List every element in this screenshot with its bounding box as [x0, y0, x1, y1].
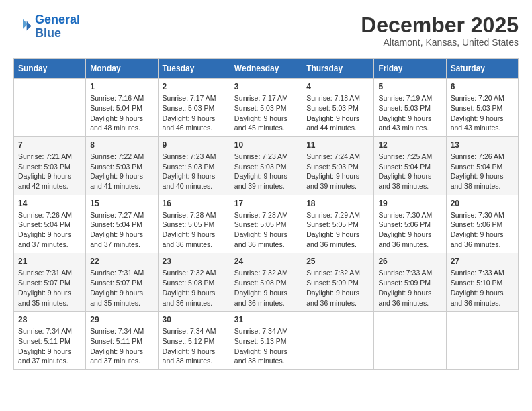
calendar-header-row: SundayMondayTuesdayWednesdayThursdayFrid…: [14, 59, 519, 79]
day-info: Sunrise: 7:20 AM Sunset: 5:03 PM Dayligh…: [451, 93, 514, 133]
col-header-friday: Friday: [374, 59, 446, 79]
day-number: 27: [451, 257, 514, 266]
day-cell: 26Sunrise: 7:33 AM Sunset: 5:09 PM Dayli…: [374, 253, 446, 312]
logo-line2: Blue: [35, 26, 61, 40]
week-row-4: 21Sunrise: 7:31 AM Sunset: 5:07 PM Dayli…: [14, 253, 519, 312]
day-info: Sunrise: 7:24 AM Sunset: 5:03 PM Dayligh…: [306, 152, 369, 191]
title-block: December 2025 Altamont, Kansas, United S…: [361, 13, 519, 48]
day-number: 3: [234, 82, 298, 91]
day-cell: 5Sunrise: 7:19 AM Sunset: 5:03 PM Daylig…: [374, 79, 446, 137]
col-header-saturday: Saturday: [446, 59, 518, 79]
day-cell: 17Sunrise: 7:28 AM Sunset: 5:05 PM Dayli…: [230, 195, 302, 253]
day-info: Sunrise: 7:32 AM Sunset: 5:09 PM Dayligh…: [306, 268, 369, 308]
day-cell: [302, 312, 374, 370]
day-info: Sunrise: 7:34 AM Sunset: 5:12 PM Dayligh…: [163, 326, 226, 366]
day-cell: 11Sunrise: 7:24 AM Sunset: 5:03 PM Dayli…: [302, 136, 374, 195]
week-row-3: 14Sunrise: 7:26 AM Sunset: 5:04 PM Dayli…: [14, 195, 519, 253]
day-cell: 29Sunrise: 7:34 AM Sunset: 5:11 PM Dayli…: [86, 312, 158, 370]
logo-icon: [13, 17, 32, 36]
week-row-2: 7Sunrise: 7:21 AM Sunset: 5:03 PM Daylig…: [14, 136, 519, 195]
day-number: 28: [18, 315, 81, 324]
day-number: 7: [18, 140, 81, 150]
day-number: 25: [306, 257, 369, 266]
week-row-1: 1Sunrise: 7:16 AM Sunset: 5:04 PM Daylig…: [14, 79, 519, 137]
day-cell: 7Sunrise: 7:21 AM Sunset: 5:03 PM Daylig…: [14, 136, 86, 195]
calendar-table: SundayMondayTuesdayWednesdayThursdayFrid…: [13, 58, 519, 370]
day-number: 31: [234, 315, 298, 324]
day-cell: 10Sunrise: 7:23 AM Sunset: 5:03 PM Dayli…: [230, 136, 302, 195]
day-number: 2: [163, 82, 226, 91]
week-row-5: 28Sunrise: 7:34 AM Sunset: 5:11 PM Dayli…: [14, 312, 519, 370]
day-number: 15: [90, 199, 153, 208]
day-number: 24: [234, 257, 298, 266]
day-cell: 27Sunrise: 7:33 AM Sunset: 5:10 PM Dayli…: [446, 253, 518, 312]
day-number: 30: [163, 315, 226, 324]
day-number: 16: [163, 199, 226, 208]
location: Altamont, Kansas, United States: [361, 37, 519, 48]
day-cell: 25Sunrise: 7:32 AM Sunset: 5:09 PM Dayli…: [302, 253, 374, 312]
day-number: 20: [451, 199, 514, 208]
page-header: General Blue December 2025 Altamont, Kan…: [13, 13, 519, 48]
day-cell: 20Sunrise: 7:30 AM Sunset: 5:06 PM Dayli…: [446, 195, 518, 253]
day-cell: 23Sunrise: 7:32 AM Sunset: 5:08 PM Dayli…: [158, 253, 230, 312]
day-cell: 31Sunrise: 7:34 AM Sunset: 5:13 PM Dayli…: [230, 312, 302, 370]
day-info: Sunrise: 7:33 AM Sunset: 5:09 PM Dayligh…: [378, 268, 441, 308]
day-cell: 2Sunrise: 7:17 AM Sunset: 5:03 PM Daylig…: [158, 79, 230, 137]
day-info: Sunrise: 7:19 AM Sunset: 5:03 PM Dayligh…: [378, 93, 441, 133]
day-info: Sunrise: 7:28 AM Sunset: 5:05 PM Dayligh…: [234, 210, 298, 250]
col-header-thursday: Thursday: [302, 59, 374, 79]
day-cell: 14Sunrise: 7:26 AM Sunset: 5:04 PM Dayli…: [14, 195, 86, 253]
day-number: 19: [378, 199, 441, 208]
day-number: 21: [18, 257, 81, 266]
day-number: 11: [306, 140, 369, 150]
logo: General Blue: [13, 13, 80, 40]
day-number: 29: [90, 315, 153, 324]
day-number: 8: [90, 140, 153, 150]
day-info: Sunrise: 7:17 AM Sunset: 5:03 PM Dayligh…: [234, 93, 298, 133]
day-info: Sunrise: 7:21 AM Sunset: 5:03 PM Dayligh…: [18, 152, 81, 191]
day-number: 14: [18, 199, 81, 208]
day-cell: 18Sunrise: 7:29 AM Sunset: 5:05 PM Dayli…: [302, 195, 374, 253]
day-number: 9: [163, 140, 226, 150]
day-info: Sunrise: 7:23 AM Sunset: 5:03 PM Dayligh…: [163, 152, 226, 191]
day-cell: 3Sunrise: 7:17 AM Sunset: 5:03 PM Daylig…: [230, 79, 302, 137]
day-info: Sunrise: 7:33 AM Sunset: 5:10 PM Dayligh…: [451, 268, 514, 308]
day-info: Sunrise: 7:22 AM Sunset: 5:03 PM Dayligh…: [90, 152, 153, 191]
day-info: Sunrise: 7:18 AM Sunset: 5:03 PM Dayligh…: [306, 93, 369, 133]
col-header-sunday: Sunday: [14, 59, 86, 79]
day-info: Sunrise: 7:34 AM Sunset: 5:11 PM Dayligh…: [90, 326, 153, 366]
day-cell: 9Sunrise: 7:23 AM Sunset: 5:03 PM Daylig…: [158, 136, 230, 195]
day-number: 4: [306, 82, 369, 91]
day-number: 5: [378, 82, 441, 91]
day-info: Sunrise: 7:34 AM Sunset: 5:13 PM Dayligh…: [234, 326, 298, 366]
day-info: Sunrise: 7:34 AM Sunset: 5:11 PM Dayligh…: [18, 326, 81, 366]
logo-line1: General: [35, 13, 80, 26]
day-info: Sunrise: 7:25 AM Sunset: 5:04 PM Dayligh…: [378, 152, 441, 191]
day-info: Sunrise: 7:27 AM Sunset: 5:04 PM Dayligh…: [90, 210, 153, 250]
day-cell: 15Sunrise: 7:27 AM Sunset: 5:04 PM Dayli…: [86, 195, 158, 253]
day-cell: 16Sunrise: 7:28 AM Sunset: 5:05 PM Dayli…: [158, 195, 230, 253]
day-number: 18: [306, 199, 369, 208]
day-number: 6: [451, 82, 514, 91]
day-info: Sunrise: 7:30 AM Sunset: 5:06 PM Dayligh…: [451, 210, 514, 250]
day-info: Sunrise: 7:28 AM Sunset: 5:05 PM Dayligh…: [163, 210, 226, 250]
day-info: Sunrise: 7:16 AM Sunset: 5:04 PM Dayligh…: [90, 93, 153, 133]
day-cell: 21Sunrise: 7:31 AM Sunset: 5:07 PM Dayli…: [14, 253, 86, 312]
col-header-monday: Monday: [86, 59, 158, 79]
day-cell: 24Sunrise: 7:32 AM Sunset: 5:08 PM Dayli…: [230, 253, 302, 312]
day-info: Sunrise: 7:26 AM Sunset: 5:04 PM Dayligh…: [451, 152, 514, 191]
day-cell: 12Sunrise: 7:25 AM Sunset: 5:04 PM Dayli…: [374, 136, 446, 195]
day-number: 17: [234, 199, 298, 208]
month-year: December 2025: [361, 13, 519, 37]
logo-text: General Blue: [35, 13, 80, 40]
day-cell: 13Sunrise: 7:26 AM Sunset: 5:04 PM Dayli…: [446, 136, 518, 195]
day-cell: 30Sunrise: 7:34 AM Sunset: 5:12 PM Dayli…: [158, 312, 230, 370]
day-number: 13: [451, 140, 514, 150]
day-info: Sunrise: 7:32 AM Sunset: 5:08 PM Dayligh…: [163, 268, 226, 308]
day-number: 23: [163, 257, 226, 266]
day-info: Sunrise: 7:17 AM Sunset: 5:03 PM Dayligh…: [163, 93, 226, 133]
day-number: 26: [378, 257, 441, 266]
day-cell: 8Sunrise: 7:22 AM Sunset: 5:03 PM Daylig…: [86, 136, 158, 195]
calendar-body: 1Sunrise: 7:16 AM Sunset: 5:04 PM Daylig…: [14, 79, 519, 370]
day-cell: 22Sunrise: 7:31 AM Sunset: 5:07 PM Dayli…: [86, 253, 158, 312]
